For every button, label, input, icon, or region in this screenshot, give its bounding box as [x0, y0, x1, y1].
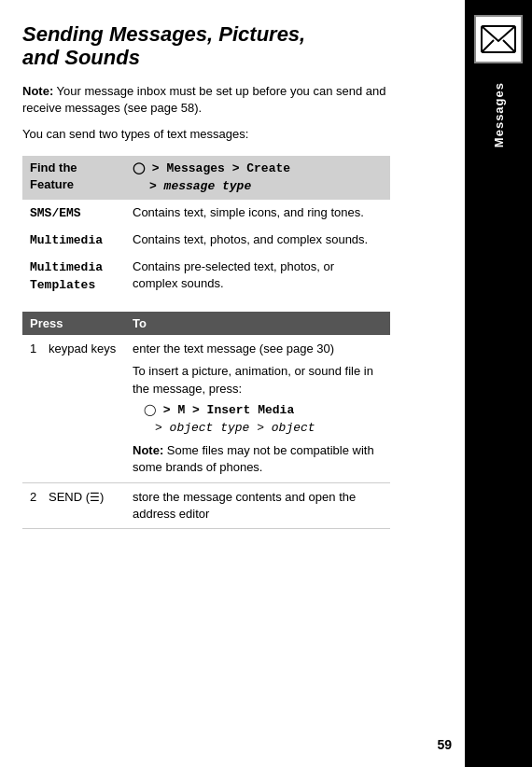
- step-2-press: SEND (☰): [41, 482, 125, 528]
- step-1-main-text: enter the text message (see page 30): [133, 342, 334, 356]
- step-1-number: 1: [22, 335, 41, 482]
- page-container: Sending Messages, Pictures, and Sounds N…: [0, 0, 532, 767]
- step-2-number: 2: [22, 482, 41, 528]
- menu-path-type: > message type: [149, 178, 251, 192]
- sms-description: Contains text, simple icons, and ring to…: [125, 200, 390, 227]
- to-header: To: [125, 312, 390, 335]
- steps-table: Press To 1 keypad keys enter the text me…: [22, 312, 390, 529]
- page-title-line1: Sending Messages, Pictures,: [22, 22, 305, 46]
- note-label-2: Note:: [133, 443, 163, 457]
- multimedia-templates-label: MultimediaTemplates: [22, 254, 125, 299]
- multimedia-row: Multimedia Contains text, photos, and co…: [22, 227, 390, 254]
- sidebar-icon-box: [474, 15, 523, 63]
- sms-row: SMS/EMS Contains text, simple icons, and…: [22, 200, 390, 227]
- multimedia-description: Contains text, photos, and complex sound…: [125, 227, 390, 254]
- page-number: 59: [437, 737, 452, 752]
- steps-header-row: Press To: [22, 312, 390, 335]
- multimedia-feature-label: Multimedia: [22, 227, 125, 254]
- multimedia-templates-description: Contains pre-selected text, photos, or c…: [125, 254, 390, 299]
- step-2-to: store the message contents and open the …: [125, 482, 390, 528]
- main-content: Sending Messages, Pictures, and Sounds N…: [0, 0, 465, 767]
- envelope-icon: [481, 25, 516, 53]
- insert-media-path: > M > Insert Media: [156, 403, 294, 417]
- step-1-row: 1 keypad keys enter the text message (se…: [22, 335, 390, 482]
- page-title-line2: and Sounds: [22, 46, 140, 69]
- find-feature-path: ◯ > Messages > Create > message type: [125, 156, 390, 199]
- sms-feature-label: SMS/EMS: [22, 200, 125, 227]
- menu-path-messages-create: > Messages > Create: [145, 161, 290, 175]
- find-feature-label: Find the Feature: [22, 156, 125, 199]
- page-title: Sending Messages, Pictures, and Sounds: [22, 22, 390, 70]
- col1-header-text: Find the Feature: [30, 160, 77, 191]
- step-1-sub-text: To insert a picture, animation, or sound…: [133, 363, 383, 397]
- step-1-note: Note: Some files may not be compatible w…: [133, 442, 383, 476]
- multimedia-templates-row: MultimediaTemplates Contains pre-selecte…: [22, 254, 390, 299]
- circle-icon-2: ◯: [144, 403, 156, 416]
- note-body: Your message inbox must be set up before…: [22, 84, 386, 115]
- intro-text: You can send two types of text messages:: [22, 126, 390, 143]
- press-header: Press: [22, 312, 125, 335]
- object-path: > object type > object: [155, 421, 315, 435]
- send-icon: ☰: [90, 491, 100, 504]
- sidebar-label: Messages: [492, 82, 506, 147]
- find-feature-row: Find the Feature ◯ > Messages > Create >…: [22, 156, 390, 199]
- step-1-menu-line1: ◯ > M > Insert Media: [144, 401, 383, 419]
- feature-table: Find the Feature ◯ > Messages > Create >…: [22, 156, 390, 299]
- note-label: Note:: [22, 84, 53, 98]
- step-1-menu-line2: > object type > object: [155, 419, 383, 437]
- step-1-press: keypad keys: [41, 335, 125, 482]
- circle-icon: ◯: [133, 161, 145, 174]
- note-body-2: Some files may not be compatible with so…: [133, 443, 374, 474]
- note-paragraph: Note: Your message inbox must be set up …: [22, 83, 390, 117]
- send-label: SEND (: [49, 490, 90, 504]
- step-2-row: 2 SEND (☰) store the message contents an…: [22, 482, 390, 528]
- right-sidebar: Messages: [465, 0, 532, 767]
- step-1-to: enter the text message (see page 30) To …: [125, 335, 390, 482]
